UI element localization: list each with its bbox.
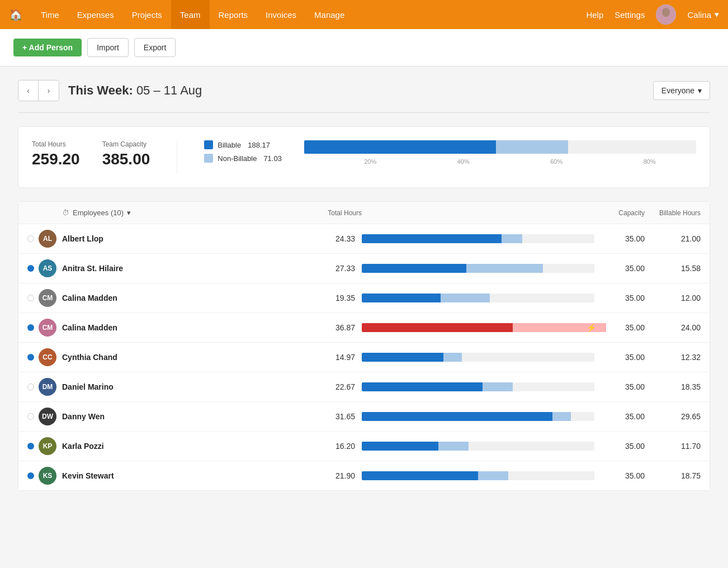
employee-name: Calina Madden <box>62 323 295 332</box>
online-indicator <box>27 235 34 242</box>
nav-projects[interactable]: Projects <box>123 0 171 29</box>
employee-capacity: 35.00 <box>594 382 645 391</box>
next-week-button[interactable]: › <box>39 81 59 101</box>
employee-name: Anitra St. Hilaire <box>62 264 295 273</box>
employee-capacity: 35.00 <box>594 442 645 451</box>
table-row: DM Daniel Marino 22.67 35.00 18.35 <box>18 372 710 402</box>
employee-avatar: CM <box>39 289 56 307</box>
online-indicator <box>27 472 34 479</box>
nav-team[interactable]: Team <box>171 0 210 29</box>
employee-total-hours: 14.97 <box>295 353 362 362</box>
billable-swatch <box>204 140 213 149</box>
nav-invoices[interactable]: Invoices <box>257 0 305 29</box>
table-row: CM Calina Madden 36.87 ⚡ 35.00 24.00 <box>18 313 710 343</box>
employee-billable-hours: 12.32 <box>645 353 701 362</box>
user-menu[interactable]: Calina ▾ <box>687 10 719 20</box>
nonbillable-label: Non-Billable <box>218 154 257 163</box>
nav-expenses[interactable]: Expenses <box>68 0 123 29</box>
employee-name: Calina Madden <box>62 294 295 302</box>
online-indicator <box>27 324 34 331</box>
week-title: This Week: 05 – 11 Aug <box>68 83 202 98</box>
employee-capacity: 35.00 <box>594 294 645 302</box>
employee-capacity: 35.00 <box>594 412 645 421</box>
employee-name: Danny Wen <box>62 412 295 421</box>
week-navigation: ‹ › <box>18 80 59 101</box>
stats-section: Total Hours 259.20 Team Capacity 385.00 … <box>18 126 710 188</box>
billable-value: 188.17 <box>248 141 270 149</box>
table-header: ⏱ Employees (10) ▾ Total Hours Capacity … <box>18 202 710 224</box>
employee-avatar: CM <box>39 319 56 337</box>
employee-billable-hours: 24.00 <box>645 323 701 332</box>
nonbillable-value: 71.03 <box>263 154 282 163</box>
table-row: KS Kevin Stewart 21.90 35.00 18.75 <box>18 461 710 490</box>
employee-billable-hours: 18.75 <box>645 471 701 480</box>
employee-total-hours: 19.35 <box>295 294 362 302</box>
employee-list: AL Albert Llop 24.33 35.00 21.00 AS A <box>18 224 710 490</box>
table-row: KP Karla Pozzi 16.20 35.00 11.70 <box>18 432 710 461</box>
table-row: AL Albert Llop 24.33 35.00 21.00 <box>18 224 710 254</box>
nav-manage[interactable]: Manage <box>305 0 353 29</box>
employee-capacity: 35.00 <box>594 234 645 243</box>
billable-label: Billable <box>218 141 241 149</box>
online-indicator <box>27 413 34 420</box>
employee-total-hours: 36.87 <box>295 323 362 332</box>
settings-link[interactable]: Settings <box>614 10 645 20</box>
online-indicator <box>27 265 34 272</box>
toolbar: + Add Person Import Export <box>0 29 728 67</box>
employee-total-hours: 16.20 <box>295 442 362 451</box>
col-capacity: Capacity <box>594 209 645 217</box>
employee-billable-hours: 11.70 <box>645 442 701 451</box>
import-button[interactable]: Import <box>87 38 129 57</box>
home-icon[interactable]: 🏠 <box>9 8 23 21</box>
employee-avatar: CC <box>39 348 56 366</box>
add-person-button[interactable]: + Add Person <box>13 39 82 56</box>
nav-time[interactable]: Time <box>32 0 68 29</box>
col-total-hours: Total Hours <box>295 209 362 217</box>
nonbillable-swatch <box>204 154 213 163</box>
employee-capacity: 35.00 <box>594 471 645 480</box>
legend: Billable 188.17 Non-Billable 71.03 <box>204 140 282 163</box>
col-employees[interactable]: ⏱ Employees (10) ▾ <box>62 209 295 217</box>
employee-total-hours: 31.65 <box>295 412 362 421</box>
employee-total-hours: 24.33 <box>295 234 362 243</box>
table-row: AS Anitra St. Hilaire 27.33 35.00 15.58 <box>18 254 710 283</box>
week-header: ‹ › This Week: 05 – 11 Aug Everyone ▾ <box>18 80 710 101</box>
employee-name: Daniel Marino <box>62 382 295 391</box>
employee-name: Kevin Stewart <box>62 471 295 480</box>
employee-billable-hours: 15.58 <box>645 264 701 273</box>
employee-total-hours: 21.90 <box>295 471 362 480</box>
employee-avatar: KP <box>39 437 56 455</box>
online-indicator <box>27 354 34 361</box>
employee-avatar: AS <box>39 259 56 277</box>
export-button[interactable]: Export <box>134 38 176 57</box>
employee-name: Karla Pozzi <box>62 442 295 451</box>
prev-week-button[interactable]: ‹ <box>18 81 39 101</box>
employee-avatar: DM <box>39 378 56 396</box>
nav-reports[interactable]: Reports <box>210 0 257 29</box>
employee-avatar: DW <box>39 408 56 425</box>
help-link[interactable]: Help <box>586 10 603 20</box>
team-capacity-label: Team Capacity <box>102 140 150 148</box>
clock-icon: ⏱ <box>62 209 69 217</box>
employee-capacity: 35.00 <box>594 353 645 362</box>
employee-name: Albert Llop <box>62 234 295 243</box>
filter-everyone-button[interactable]: Everyone ▾ <box>653 81 710 100</box>
employee-billable-hours: 29.65 <box>645 412 701 421</box>
total-hours-value: 259.20 <box>32 150 80 168</box>
employee-capacity: 35.00 <box>594 264 645 273</box>
col-billable-hours: Billable Hours <box>645 209 701 217</box>
table-row: CC Cynthia Chand 14.97 35.00 12.32 <box>18 343 710 372</box>
employee-avatar: AL <box>39 230 56 248</box>
summary-chart: 20% 40% 60% 80% <box>304 140 696 165</box>
employee-name: Cynthia Chand <box>62 353 295 362</box>
employee-avatar: KS <box>39 467 56 485</box>
main-content: ‹ › This Week: 05 – 11 Aug Everyone ▾ To… <box>0 67 728 568</box>
employee-table: ⏱ Employees (10) ▾ Total Hours Capacity … <box>18 201 710 491</box>
employee-billable-hours: 21.00 <box>645 234 701 243</box>
team-capacity-value: 385.00 <box>102 150 150 168</box>
employee-billable-hours: 12.00 <box>645 294 701 302</box>
avatar <box>656 4 676 25</box>
online-indicator <box>27 443 34 449</box>
main-nav: 🏠 Time Expenses Projects Team Reports In… <box>0 0 728 29</box>
table-row: CM Calina Madden 19.35 35.00 12.00 <box>18 283 710 313</box>
